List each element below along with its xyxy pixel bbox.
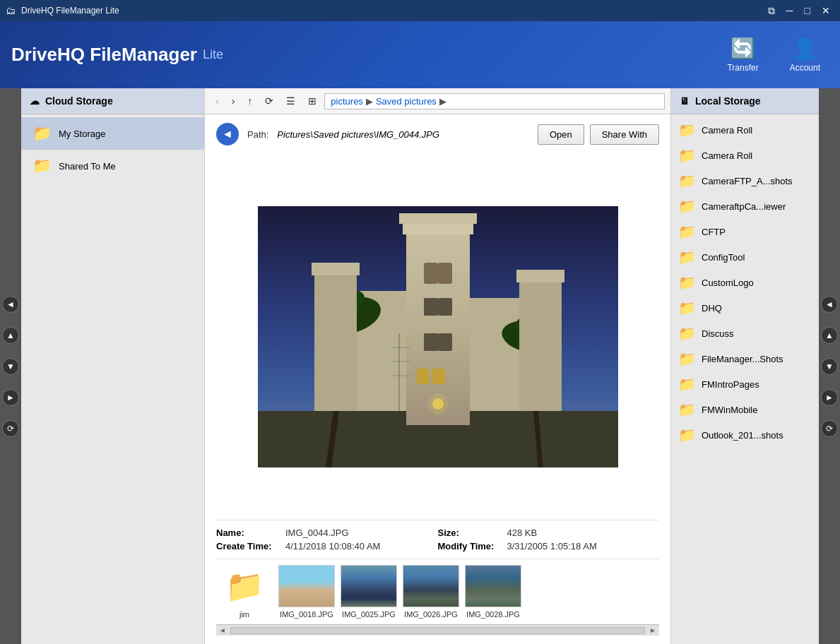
folder-icon-cameraftpca: 📁: [678, 198, 696, 215]
folder-label-filemanager-shots: FileManager...Shots: [702, 354, 783, 364]
back-circle-button[interactable]: ◄: [216, 123, 239, 145]
folder-icon-cftp: 📁: [678, 223, 696, 240]
left-refresh-btn[interactable]: ⟳: [2, 420, 19, 437]
folder-label-cameraftp-a: CameraFTP_A...shots: [702, 176, 793, 186]
logo: DriveHQ FileManager Lite: [11, 44, 223, 66]
thumb-item-img0026[interactable]: IMG_0026.JPG: [403, 565, 459, 619]
thumb-item-jim[interactable]: 📁 jim: [216, 565, 273, 619]
thumb-label-img0025: IMG_0025.JPG: [342, 610, 396, 619]
path-value: Pictures\Saved pictures\IMG_0044.JPG: [277, 129, 439, 140]
right-folder-discuss[interactable]: 📁 Discuss: [671, 321, 819, 346]
thumb-img-img0025: [341, 565, 397, 607]
right-folder-configtool[interactable]: 📁 ConfigTool: [671, 244, 819, 270]
right-folder-fmwinmobile[interactable]: 📁 FMWinMobile: [671, 397, 819, 422]
right-folder-cftp[interactable]: 📁 CFTP: [671, 219, 819, 244]
app-icon: 🗂: [6, 5, 16, 16]
transfer-button[interactable]: 🔄 Transfer: [718, 31, 767, 78]
name-value: IMG_0044.JPG: [285, 527, 349, 538]
right-sidebar: 🖥 Local Storage 📁 Camera Roll 📁 Camera R…: [670, 88, 819, 644]
shared-to-me-folder-icon: 📁: [32, 157, 52, 175]
right-scroll-left-btn[interactable]: ◄: [821, 296, 838, 313]
right-scroll-down-btn[interactable]: ▼: [821, 358, 838, 375]
forward-button[interactable]: ›: [227, 93, 240, 109]
right-folder-camera-roll-2[interactable]: 📁 Camera Roll: [671, 143, 819, 168]
h-scroll-track[interactable]: [230, 627, 645, 634]
right-refresh-btn[interactable]: ⟳: [821, 420, 838, 437]
left-scroll-left-btn[interactable]: ◄: [2, 296, 19, 313]
thumb-item-img0018[interactable]: IMG_0018.JPG: [278, 565, 335, 619]
title-bar-controls: ⧉ ─ □ ✕: [764, 4, 834, 18]
file-action-btns: Open Share With: [538, 124, 659, 145]
right-folder-fmintropages[interactable]: 📁 FMIntroPages: [671, 371, 819, 397]
svg-rect-7: [424, 263, 438, 284]
sidebar-item-shared-to-me[interactable]: 📁 Shared To Me: [21, 150, 204, 182]
open-button[interactable]: Open: [538, 124, 584, 145]
folder-icon-cameraftp-a: 📁: [678, 172, 696, 189]
breadcrumb-part-1[interactable]: pictures: [331, 96, 363, 107]
svg-rect-9: [424, 298, 438, 316]
svg-point-30: [427, 393, 449, 415]
share-with-button[interactable]: Share With: [590, 124, 659, 145]
folder-icon-outlook-shots: 📁: [678, 427, 696, 443]
folder-label-camera-roll-2: Camera Roll: [702, 150, 752, 161]
left-scroll-up-btn[interactable]: ▲: [2, 327, 19, 344]
my-storage-folder-icon: 📁: [32, 124, 52, 143]
thumb-label-img0028: IMG_0028.JPG: [466, 610, 520, 619]
folder-icon-fmintropages: 📁: [678, 376, 696, 393]
up-button[interactable]: ↑: [242, 93, 257, 109]
left-scroll-down-btn[interactable]: ▼: [2, 358, 19, 375]
right-folder-outlook-shots[interactable]: 📁 Outlook_201...shots: [671, 422, 819, 448]
maximize-button[interactable]: □: [800, 4, 815, 18]
back-button[interactable]: ‹: [211, 93, 224, 109]
right-folder-dhq[interactable]: 📁 DHQ: [671, 295, 819, 321]
list-view-button[interactable]: ☰: [281, 93, 300, 109]
right-folder-cameraftpca[interactable]: 📁 CameraftpCa...iewer: [671, 193, 819, 219]
svg-rect-8: [438, 263, 452, 284]
h-scroll-left-btn[interactable]: ◄: [216, 626, 229, 634]
thumb-label-img0018: IMG_0018.JPG: [280, 610, 333, 619]
cloud-icon: ☁: [30, 95, 40, 107]
right-folder-cameraftp-a[interactable]: 📁 CameraFTP_A...shots: [671, 168, 819, 193]
local-storage-header: 🖥 Local Storage: [671, 88, 819, 114]
transfer-label: Transfer: [727, 63, 758, 73]
thumb-item-img0028[interactable]: IMG_0028.JPG: [465, 565, 521, 619]
horizontal-scrollbar[interactable]: ◄ ►: [216, 624, 659, 636]
right-folder-camera-roll-1[interactable]: 📁 Camera Roll: [671, 117, 819, 143]
title-bar-title: DriveHQ FileManager Lite: [21, 6, 119, 16]
folder-label-fmintropages: FMIntroPages: [702, 379, 759, 390]
modify-time-label: Modify Time:: [438, 541, 502, 551]
breadcrumb-sep-1: ▶: [366, 96, 373, 107]
thumb-label-img0026: IMG_0026.JPG: [404, 610, 458, 619]
h-scroll-right-btn[interactable]: ►: [646, 626, 659, 634]
header: DriveHQ FileManager Lite 🔄 Transfer 👤 Ac…: [0, 21, 840, 88]
svg-rect-11: [424, 333, 438, 351]
local-storage-label: Local Storage: [695, 95, 761, 107]
folder-label-dhq: DHQ: [702, 303, 722, 314]
thumb-item-img0025[interactable]: IMG_0025.JPG: [341, 565, 397, 619]
right-folder-customlogo[interactable]: 📁 CustomLogo: [671, 270, 819, 295]
account-button[interactable]: 👤 Account: [781, 31, 829, 78]
title-bar-left: 🗂 DriveHQ FileManager Lite: [6, 5, 119, 16]
minimize-button[interactable]: ─: [782, 4, 798, 18]
right-scroll-right-btn[interactable]: ►: [821, 389, 838, 406]
folder-label-configtool: ConfigTool: [702, 252, 745, 263]
refresh-button[interactable]: ⟳: [260, 93, 278, 109]
folder-label-cameraftpca: CameraftpCa...iewer: [702, 201, 786, 212]
restore-button[interactable]: ⧉: [764, 4, 779, 18]
path-label: Path:: [247, 129, 268, 140]
name-label: Name:: [216, 527, 280, 538]
breadcrumb-part-2[interactable]: Saved pictures: [376, 96, 437, 107]
folder-label-customlogo: CustomLogo: [702, 278, 754, 288]
folder-icon-camera-roll-1: 📁: [678, 121, 696, 138]
left-scroll-right-btn[interactable]: ►: [2, 389, 19, 406]
grid-view-button[interactable]: ⊞: [303, 93, 321, 109]
preview-image: [258, 206, 618, 467]
monitor-icon: 🖥: [680, 95, 690, 107]
sidebar-item-my-storage[interactable]: 📁 My Storage: [21, 117, 204, 150]
right-scroll-up-btn[interactable]: ▲: [821, 327, 838, 344]
thumb-img-img0026: [403, 565, 459, 607]
breadcrumb-bar: pictures ▶ Saved pictures ▶: [324, 93, 665, 109]
size-label: Size:: [438, 527, 502, 538]
close-button[interactable]: ✕: [817, 4, 834, 18]
right-folder-filemanager-shots[interactable]: 📁 FileManager...Shots: [671, 346, 819, 371]
